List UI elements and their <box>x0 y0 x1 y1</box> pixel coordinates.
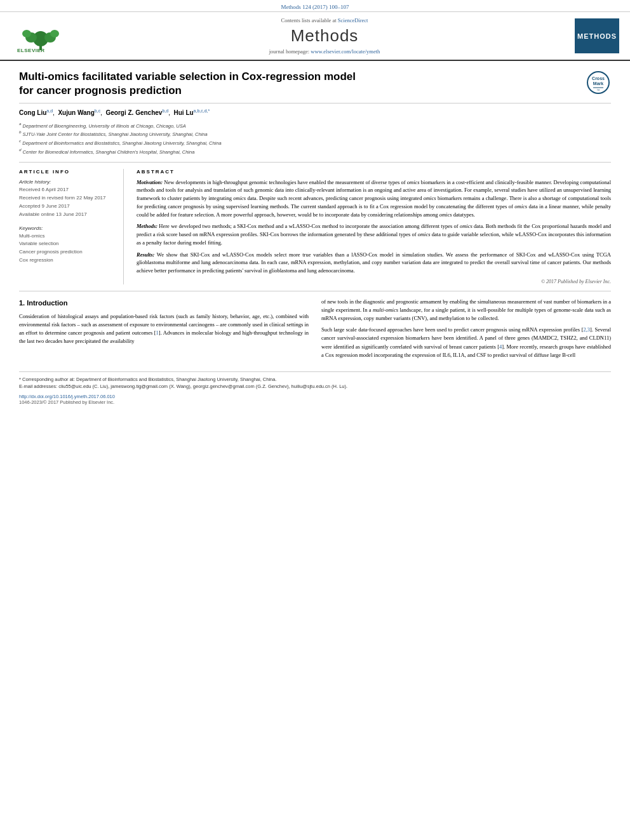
journal-info-bar: ELSEVIER Contents lists available at Sci… <box>0 12 630 61</box>
history-label: Article history: <box>19 179 51 185</box>
keyword-1: Multi-omics <box>19 232 116 241</box>
ref-4[interactable]: 4 <box>499 343 502 350</box>
intro-heading: 1. Introduction <box>19 298 309 309</box>
svg-text:™: ™ <box>597 88 600 92</box>
corresponding-author-text: * Corresponding author at: Department of… <box>19 377 277 382</box>
abstract-col: ABSTRACT Motivation: New developments in… <box>137 169 611 284</box>
bottom-info: http://dx.doi.org/10.1016/j.ymeth.2017.0… <box>19 394 611 405</box>
science-direct-line: Contents lists available at ScienceDirec… <box>281 17 368 23</box>
footnote-area: * Corresponding author at: Department of… <box>19 371 611 406</box>
article-info-col: ARTICLE INFO Article history: Received 6… <box>19 169 124 284</box>
journal-homepage-line: journal homepage: www.elsevier.com/locat… <box>269 48 380 55</box>
intro-col-left: 1. Introduction Consideration of histolo… <box>19 298 309 363</box>
homepage-label: journal homepage: <box>269 48 311 55</box>
article-history: Article history: Received 6 April 2017 R… <box>19 178 116 219</box>
journal-ref: Methods 124 (2017) 100–107 <box>281 4 349 10</box>
results-label: Results: <box>137 251 154 258</box>
article-title: Multi-omics facilitated variable selecti… <box>19 70 356 98</box>
article-title-section: Multi-omics facilitated variable selecti… <box>19 70 611 103</box>
author-1-name: Cong Liu <box>19 110 46 117</box>
motivation-label: Motivation: <box>137 179 163 185</box>
journal-center: Contents lists available at ScienceDirec… <box>84 17 565 55</box>
main-content: Multi-omics facilitated variable selecti… <box>0 61 630 411</box>
author-4-name: Hui Lu <box>174 110 194 117</box>
svg-text:ELSEVIER: ELSEVIER <box>17 48 45 53</box>
svg-point-6 <box>50 30 59 37</box>
affiliations: a Department of Bioengineering, Universi… <box>19 121 611 163</box>
available-date: Available online 13 June 2017 <box>19 211 87 217</box>
homepage-link[interactable]: www.elsevier.com/locate/ymeth <box>311 48 380 55</box>
page-wrapper: Methods 124 (2017) 100–107 ELSEVIER <box>0 0 630 411</box>
svg-text:Mark: Mark <box>593 81 603 86</box>
ref-1[interactable]: 1 <box>156 330 159 336</box>
email-addresses: cliu55@uic.edu (C. Liu), jameswong.tig@g… <box>58 383 347 389</box>
issn-text: 1046-2023/© 2017 Published by Elsevier I… <box>19 399 115 405</box>
crossmark-badge[interactable]: Cross Mark ™ <box>586 70 611 95</box>
received-revised-date: Received in revised form 22 May 2017 <box>19 195 106 201</box>
methods-badge: METHODS <box>575 18 619 53</box>
intro-col-right: of new tools in the diagnostic and progn… <box>321 298 611 363</box>
journal-header: Methods 124 (2017) 100–107 <box>0 0 630 12</box>
keyword-2: Variable selection <box>19 240 116 248</box>
intro-section-number: 1. <box>19 299 25 307</box>
intro-para-1: Consideration of histological assays and… <box>19 312 309 346</box>
email-label: E-mail addresses: <box>19 383 57 389</box>
introduction-section: 1. Introduction Consideration of histolo… <box>19 298 611 363</box>
abstract-motivation: Motivation: New developments in high-thr… <box>137 178 611 219</box>
intro-section-title: Introduction <box>27 299 67 307</box>
author-1-sup: a,d <box>46 109 53 113</box>
author-2-name: Xujun Wang <box>58 110 94 117</box>
abstract-label: ABSTRACT <box>137 169 611 175</box>
copyright-line: © 2017 Published by Elsevier Inc. <box>137 279 611 284</box>
journal-name: Methods <box>291 26 359 46</box>
abstract-results: Results: We show that SKI-Cox and wLASSO… <box>137 251 611 275</box>
svg-text:Cross: Cross <box>592 76 605 81</box>
methods-badge-text: METHODS <box>577 32 617 40</box>
ref-2[interactable]: 2,3 <box>583 326 590 333</box>
intro-para-3: Such large scale data-focused approaches… <box>321 326 611 359</box>
methods-label: Methods: <box>137 223 158 229</box>
keywords-label: Keywords: <box>19 225 116 231</box>
intro-para-2: of new tools in the diagnostic and progn… <box>321 298 611 323</box>
section-divider <box>19 291 611 291</box>
crossmark-icon: Cross Mark ™ <box>587 71 610 94</box>
doi-link[interactable]: http://dx.doi.org/10.1016/j.ymeth.2017.0… <box>19 394 115 399</box>
contents-available-text: Contents lists available at <box>281 17 337 23</box>
email-line: E-mail addresses: cliu55@uic.edu (C. Liu… <box>19 383 611 390</box>
authors-line: Cong Liua,d, Xujun Wangb,c, Georgi Z. Ge… <box>19 109 611 116</box>
journal-logo-right: METHODS <box>572 17 622 55</box>
svg-point-5 <box>22 30 31 37</box>
abstract-methods: Methods: Here we developed two methods; … <box>137 222 611 246</box>
keyword-4: Cox regression <box>19 257 116 265</box>
author-4-sup: a,b,c,d,* <box>194 109 210 113</box>
author-3-sup: b,d <box>162 109 168 113</box>
article-info-label: ARTICLE INFO <box>19 169 116 175</box>
received-date: Received 6 April 2017 <box>19 187 69 192</box>
author-3-name: Georgi Z. Genchev <box>106 110 163 117</box>
abstract-text: Motivation: New developments in high-thr… <box>137 178 611 275</box>
article-info-abstract-cols: ARTICLE INFO Article history: Received 6… <box>19 169 611 284</box>
corresponding-author-note: * Corresponding author at: Department of… <box>19 376 611 383</box>
elsevier-logo: ELSEVIER <box>14 18 71 53</box>
author-2-sup: b,c <box>95 109 100 113</box>
elsevier-logo-area: ELSEVIER <box>8 17 77 55</box>
keywords-section: Keywords: Multi-omics Variable selection… <box>19 225 116 265</box>
science-direct-link[interactable]: ScienceDirect <box>338 17 368 23</box>
accepted-date: Accepted 9 June 2017 <box>19 203 70 209</box>
keyword-3: Cancer prognosis prediction <box>19 248 116 257</box>
